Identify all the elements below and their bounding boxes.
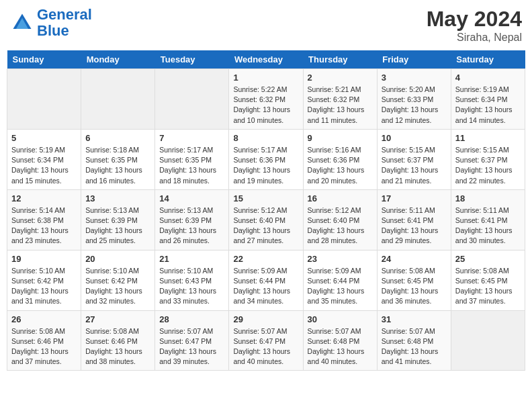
day-info: Sunrise: 5:08 AMSunset: 6:45 PMDaylight:… bbox=[455, 266, 521, 307]
page-header: General Blue May 2024 Siraha, Nepal bbox=[7, 7, 525, 44]
day-number: 9 bbox=[308, 133, 373, 143]
location: Siraha, Nepal bbox=[427, 32, 522, 44]
day-info: Sunrise: 5:10 AMSunset: 6:42 PMDaylight:… bbox=[85, 266, 150, 307]
calendar-cell: 24Sunrise: 5:08 AMSunset: 6:45 PMDayligh… bbox=[377, 250, 451, 310]
day-number: 4 bbox=[455, 73, 521, 83]
day-number: 29 bbox=[233, 314, 298, 324]
day-info: Sunrise: 5:20 AMSunset: 6:33 PMDaylight:… bbox=[382, 85, 447, 126]
day-number: 2 bbox=[308, 73, 373, 83]
calendar-cell: 2Sunrise: 5:21 AMSunset: 6:32 PMDaylight… bbox=[303, 69, 377, 130]
calendar-cell: 3Sunrise: 5:20 AMSunset: 6:33 PMDaylight… bbox=[377, 69, 451, 130]
day-number: 26 bbox=[11, 314, 77, 324]
calendar-cell: 6Sunrise: 5:18 AMSunset: 6:35 PMDaylight… bbox=[81, 129, 155, 189]
day-number: 11 bbox=[455, 133, 521, 143]
day-number: 16 bbox=[308, 193, 373, 203]
day-info: Sunrise: 5:21 AMSunset: 6:32 PMDaylight:… bbox=[308, 85, 373, 126]
calendar-cell bbox=[451, 310, 525, 371]
calendar-cell: 20Sunrise: 5:10 AMSunset: 6:42 PMDayligh… bbox=[81, 250, 155, 310]
calendar-cell: 12Sunrise: 5:14 AMSunset: 6:38 PMDayligh… bbox=[7, 189, 81, 250]
day-number: 22 bbox=[233, 254, 298, 264]
day-number: 14 bbox=[159, 193, 224, 203]
weekday-header-wednesday: Wednesday bbox=[229, 50, 303, 69]
day-info: Sunrise: 5:07 AMSunset: 6:47 PMDaylight:… bbox=[159, 326, 224, 367]
day-info: Sunrise: 5:15 AMSunset: 6:37 PMDaylight:… bbox=[455, 145, 521, 186]
day-number: 28 bbox=[159, 314, 224, 324]
calendar-cell: 9Sunrise: 5:16 AMSunset: 6:36 PMDaylight… bbox=[303, 129, 377, 189]
day-info: Sunrise: 5:11 AMSunset: 6:41 PMDaylight:… bbox=[455, 205, 521, 246]
weekday-header-thursday: Thursday bbox=[303, 50, 377, 69]
day-number: 25 bbox=[455, 254, 521, 264]
calendar-cell: 22Sunrise: 5:09 AMSunset: 6:44 PMDayligh… bbox=[229, 250, 303, 310]
day-info: Sunrise: 5:09 AMSunset: 6:44 PMDaylight:… bbox=[233, 266, 298, 307]
day-info: Sunrise: 5:16 AMSunset: 6:36 PMDaylight:… bbox=[308, 145, 373, 186]
day-number: 8 bbox=[233, 133, 298, 143]
calendar-table: SundayMondayTuesdayWednesdayThursdayFrid… bbox=[7, 50, 525, 371]
day-number: 31 bbox=[382, 314, 447, 324]
day-number: 10 bbox=[382, 133, 447, 143]
day-info: Sunrise: 5:08 AMSunset: 6:46 PMDaylight:… bbox=[85, 326, 150, 367]
logo-text: General Blue bbox=[37, 7, 92, 39]
calendar-cell: 18Sunrise: 5:11 AMSunset: 6:41 PMDayligh… bbox=[451, 189, 525, 250]
day-info: Sunrise: 5:15 AMSunset: 6:37 PMDaylight:… bbox=[382, 145, 447, 186]
day-number: 7 bbox=[159, 133, 224, 143]
calendar-cell: 1Sunrise: 5:22 AMSunset: 6:32 PMDaylight… bbox=[229, 69, 303, 130]
calendar-cell: 25Sunrise: 5:08 AMSunset: 6:45 PMDayligh… bbox=[451, 250, 525, 310]
day-info: Sunrise: 5:09 AMSunset: 6:44 PMDaylight:… bbox=[308, 266, 373, 307]
logo-line2: Blue bbox=[37, 22, 69, 39]
calendar-cell: 13Sunrise: 5:13 AMSunset: 6:39 PMDayligh… bbox=[81, 189, 155, 250]
calendar-cell: 29Sunrise: 5:07 AMSunset: 6:47 PMDayligh… bbox=[229, 310, 303, 371]
calendar-cell: 28Sunrise: 5:07 AMSunset: 6:47 PMDayligh… bbox=[155, 310, 229, 371]
calendar-cell: 31Sunrise: 5:07 AMSunset: 6:48 PMDayligh… bbox=[377, 310, 451, 371]
month-year: May 2024 bbox=[427, 7, 522, 32]
day-info: Sunrise: 5:07 AMSunset: 6:48 PMDaylight:… bbox=[308, 326, 373, 367]
day-info: Sunrise: 5:12 AMSunset: 6:40 PMDaylight:… bbox=[308, 205, 373, 246]
day-number: 23 bbox=[308, 254, 373, 264]
day-number: 19 bbox=[11, 254, 77, 264]
calendar-cell: 26Sunrise: 5:08 AMSunset: 6:46 PMDayligh… bbox=[7, 310, 81, 371]
day-info: Sunrise: 5:12 AMSunset: 6:40 PMDaylight:… bbox=[233, 205, 298, 246]
day-number: 5 bbox=[11, 133, 77, 143]
day-number: 13 bbox=[85, 193, 150, 203]
day-info: Sunrise: 5:13 AMSunset: 6:39 PMDaylight:… bbox=[159, 205, 224, 246]
day-info: Sunrise: 5:11 AMSunset: 6:41 PMDaylight:… bbox=[382, 205, 447, 246]
day-info: Sunrise: 5:10 AMSunset: 6:43 PMDaylight:… bbox=[159, 266, 224, 307]
day-number: 20 bbox=[85, 254, 150, 264]
day-number: 30 bbox=[308, 314, 373, 324]
day-number: 12 bbox=[11, 193, 77, 203]
day-info: Sunrise: 5:07 AMSunset: 6:48 PMDaylight:… bbox=[382, 326, 447, 367]
calendar-cell: 5Sunrise: 5:19 AMSunset: 6:34 PMDaylight… bbox=[7, 129, 81, 189]
weekday-header-sunday: Sunday bbox=[7, 50, 81, 69]
calendar-cell: 21Sunrise: 5:10 AMSunset: 6:43 PMDayligh… bbox=[155, 250, 229, 310]
day-info: Sunrise: 5:13 AMSunset: 6:39 PMDaylight:… bbox=[85, 205, 150, 246]
day-number: 18 bbox=[455, 193, 521, 203]
day-info: Sunrise: 5:08 AMSunset: 6:45 PMDaylight:… bbox=[382, 266, 447, 307]
day-number: 6 bbox=[85, 133, 150, 143]
calendar-cell: 15Sunrise: 5:12 AMSunset: 6:40 PMDayligh… bbox=[229, 189, 303, 250]
day-info: Sunrise: 5:18 AMSunset: 6:35 PMDaylight:… bbox=[85, 145, 150, 186]
day-number: 24 bbox=[382, 254, 447, 264]
day-info: Sunrise: 5:19 AMSunset: 6:34 PMDaylight:… bbox=[11, 145, 77, 186]
weekday-header-monday: Monday bbox=[81, 50, 155, 69]
calendar-cell bbox=[155, 69, 229, 130]
weekday-header-tuesday: Tuesday bbox=[155, 50, 229, 69]
day-number: 17 bbox=[382, 193, 447, 203]
day-info: Sunrise: 5:17 AMSunset: 6:36 PMDaylight:… bbox=[233, 145, 298, 186]
calendar-cell: 23Sunrise: 5:09 AMSunset: 6:44 PMDayligh… bbox=[303, 250, 377, 310]
day-number: 1 bbox=[233, 73, 298, 83]
calendar-cell bbox=[81, 69, 155, 130]
weekday-header-friday: Friday bbox=[377, 50, 451, 69]
day-info: Sunrise: 5:19 AMSunset: 6:34 PMDaylight:… bbox=[455, 85, 521, 126]
logo: General Blue bbox=[10, 7, 92, 39]
day-number: 15 bbox=[233, 193, 298, 203]
calendar-cell: 8Sunrise: 5:17 AMSunset: 6:36 PMDaylight… bbox=[229, 129, 303, 189]
calendar-cell: 10Sunrise: 5:15 AMSunset: 6:37 PMDayligh… bbox=[377, 129, 451, 189]
calendar-cell: 17Sunrise: 5:11 AMSunset: 6:41 PMDayligh… bbox=[377, 189, 451, 250]
day-info: Sunrise: 5:08 AMSunset: 6:46 PMDaylight:… bbox=[11, 326, 77, 367]
logo-icon bbox=[10, 11, 34, 35]
calendar-cell: 16Sunrise: 5:12 AMSunset: 6:40 PMDayligh… bbox=[303, 189, 377, 250]
calendar-cell: 19Sunrise: 5:10 AMSunset: 6:42 PMDayligh… bbox=[7, 250, 81, 310]
day-info: Sunrise: 5:10 AMSunset: 6:42 PMDaylight:… bbox=[11, 266, 77, 307]
day-number: 27 bbox=[85, 314, 150, 324]
calendar-cell: 14Sunrise: 5:13 AMSunset: 6:39 PMDayligh… bbox=[155, 189, 229, 250]
weekday-header-saturday: Saturday bbox=[451, 50, 525, 69]
